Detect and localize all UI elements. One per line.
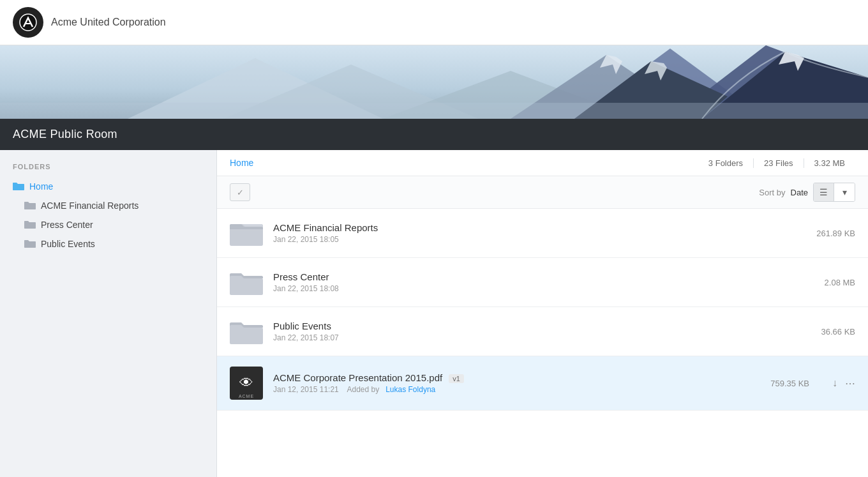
sidebar-item-home[interactable]: Home (0, 177, 216, 196)
file-author[interactable]: Lukas Foldyna (385, 385, 435, 394)
files-count: 23 Files (754, 158, 804, 168)
file-date: Jan 12, 2015 11:21 (273, 385, 339, 394)
pdf-thumbnail: 👁 ACME (230, 367, 263, 400)
file-item-pdf[interactable]: 👁 ACME ACME Corporate Presentation 2015.… (217, 356, 868, 411)
sidebar-press-label: Press Center (41, 220, 93, 230)
total-size: 3.32 MB (804, 158, 855, 168)
download-icon[interactable]: ↓ (832, 377, 837, 389)
folder-name: ACME Financial Reports (273, 222, 816, 233)
company-name: Acme United Corporation (51, 17, 166, 28)
file-size: 759.35 KB (770, 379, 809, 388)
checkmark-icon: ✓ (237, 188, 244, 197)
folder-info: ACME Financial Reports Jan 22, 2015 18:0… (273, 222, 816, 244)
sidebar-events-label: Public Events (41, 239, 95, 249)
toolbar: ✓ Sort by Date ☰ ▾ (217, 176, 868, 209)
sidebar-item-press-center[interactable]: Press Center (0, 215, 216, 234)
sort-by-label: Sort by (759, 188, 785, 197)
dropdown-view-button[interactable]: ▾ (834, 183, 855, 201)
folder-thumbnail (230, 219, 263, 247)
folder-size: 261.89 KB (816, 229, 855, 238)
folder-item-financial-reports[interactable]: ACME Financial Reports Jan 22, 2015 18:0… (217, 209, 868, 258)
svg-rect-15 (0, 103, 868, 119)
title-bar: ACME Public Room (0, 119, 868, 150)
list-view-button[interactable]: ☰ (814, 183, 834, 201)
folder-size: 2.08 MB (825, 278, 855, 287)
eye-icon: 👁 (239, 375, 253, 391)
folder-date: Jan 22, 2015 18:07 (273, 333, 821, 342)
folder-thumbnail (230, 317, 263, 345)
breadcrumb-bar: Home 3 Folders 23 Files 3.32 MB (217, 150, 868, 176)
added-by-label: Added by (347, 385, 379, 394)
sidebar: FOLDERS Home ACME Financial Reports Pres… (0, 150, 217, 477)
folder-item-press-center[interactable]: Press Center Jan 22, 2015 18:08 2.08 MB (217, 258, 868, 307)
folder-date: Jan 22, 2015 18:08 (273, 284, 825, 293)
page-title: ACME Public Room (13, 128, 117, 140)
folders-count: 3 Folders (698, 158, 754, 168)
hero-banner (0, 45, 868, 119)
svg-point-0 (19, 13, 37, 31)
folder-name: Public Events (273, 321, 821, 331)
version-badge: v1 (449, 374, 464, 383)
folder-thumbnail (230, 268, 263, 296)
breadcrumb-stats: 3 Folders 23 Files 3.32 MB (698, 158, 855, 168)
sidebar-home-label: Home (29, 181, 53, 192)
sort-by-value[interactable]: Date (791, 188, 808, 197)
folder-name: Press Center (273, 271, 825, 282)
sidebar-item-financial-reports[interactable]: ACME Financial Reports (0, 196, 216, 215)
more-options-icon[interactable]: ⋯ (845, 377, 855, 390)
content-area: Home 3 Folders 23 Files 3.32 MB ✓ Sort b… (217, 150, 868, 477)
folder-size: 36.66 KB (821, 327, 856, 337)
file-meta: Jan 12, 2015 11:21 Added by Lukas Foldyn… (273, 385, 770, 394)
folder-date: Jan 22, 2015 18:05 (273, 235, 816, 244)
file-info: ACME Corporate Presentation 2015.pdf v1 … (273, 372, 770, 394)
breadcrumb[interactable]: Home (230, 158, 253, 168)
folder-info: Public Events Jan 22, 2015 18:07 (273, 321, 821, 342)
folder-info: Press Center Jan 22, 2015 18:08 (273, 271, 825, 293)
company-logo (13, 7, 43, 38)
folders-label: FOLDERS (0, 163, 216, 177)
select-all-button[interactable]: ✓ (230, 183, 250, 201)
file-actions: ↓ ⋯ (832, 377, 855, 390)
sidebar-financial-label: ACME Financial Reports (41, 201, 138, 211)
list-icon: ☰ (819, 187, 828, 197)
file-name: ACME Corporate Presentation 2015.pdf v1 (273, 372, 770, 383)
main-layout: FOLDERS Home ACME Financial Reports Pres… (0, 150, 868, 477)
sort-area: Sort by Date ☰ ▾ (759, 183, 855, 202)
pdf-label-text: ACME (230, 394, 263, 398)
view-toggle: ☰ ▾ (813, 183, 855, 202)
header: Acme United Corporation (0, 0, 868, 45)
chevron-down-icon: ▾ (842, 187, 847, 197)
sidebar-item-public-events[interactable]: Public Events (0, 234, 216, 254)
folder-item-public-events[interactable]: Public Events Jan 22, 2015 18:07 36.66 K… (217, 307, 868, 356)
